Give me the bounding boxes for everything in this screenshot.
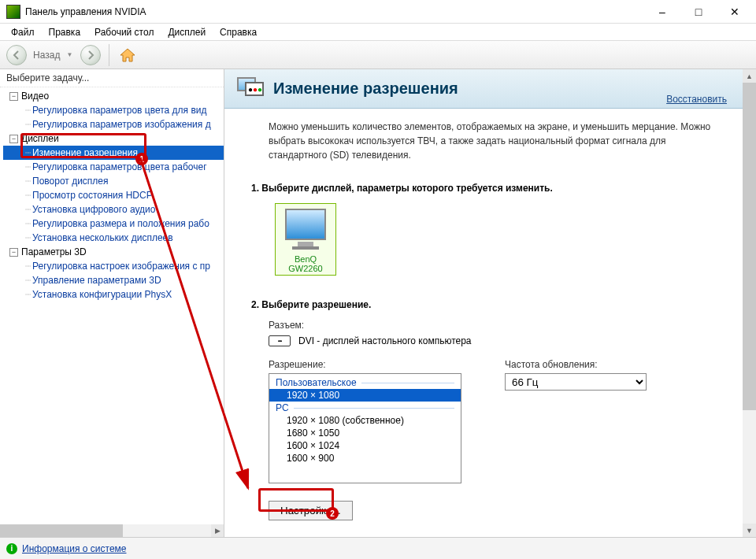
- tree-item-label: Регулировка настроек изображения с пр: [32, 261, 210, 272]
- tree-item[interactable]: Поворот дисплея: [3, 174, 224, 188]
- scroll-down-icon[interactable]: ▼: [743, 524, 756, 537]
- tree-item-label: Изменение разрешения: [32, 147, 138, 158]
- tree-group-label: Параметры 3D: [21, 246, 87, 257]
- tree-item[interactable]: Регулировка настроек изображения с пр: [3, 259, 224, 273]
- scroll-right-icon[interactable]: ▶: [211, 524, 224, 537]
- step-1-label: 1. Выберите дисплей, параметры которого …: [251, 183, 724, 194]
- sidebar-hscrollbar[interactable]: ◀ ▶: [0, 524, 224, 537]
- footer: i Информация о системе: [0, 537, 756, 559]
- tree-item-change-resolution[interactable]: Изменение разрешения: [3, 146, 224, 160]
- tree-group-label: Видео: [21, 91, 49, 102]
- tree-item[interactable]: Установка конфигурации PhysX: [3, 287, 224, 302]
- tree-group-display[interactable]: − Дисплей: [3, 131, 224, 146]
- task-tree[interactable]: − Видео Регулировка параметров цвета для…: [0, 87, 224, 524]
- tree-item-label: Установка конфигурации PhysX: [32, 289, 172, 300]
- menubar: Файл Правка Рабочий стол Дисплей Справка: [0, 24, 756, 41]
- system-info-link[interactable]: Информация о системе: [22, 543, 126, 554]
- minimize-button[interactable]: –: [644, 0, 680, 24]
- menu-edit[interactable]: Правка: [44, 25, 86, 39]
- main-pane: ●●● Изменение разрешения Восстановить Мо…: [224, 69, 756, 537]
- home-button[interactable]: [117, 45, 138, 65]
- titlebar: Панель управления NVIDIA – □ ✕: [0, 0, 756, 24]
- tree-item[interactable]: Установка нескольких дисплеев: [3, 231, 224, 245]
- menu-file[interactable]: Файл: [6, 25, 39, 39]
- connector-label: Разъем:: [269, 320, 724, 331]
- main-vscrollbar[interactable]: ▲ ▼: [743, 69, 756, 537]
- info-icon: i: [6, 543, 17, 554]
- collapse-icon[interactable]: −: [9, 248, 18, 257]
- svg-marker-0: [120, 49, 135, 61]
- listbox-group-label: Пользовательское: [276, 377, 357, 388]
- display-name: BenQ GW2260: [279, 254, 332, 273]
- tree-item-label: Просмотр состояния HDCP: [32, 190, 153, 201]
- resolution-label: Разрешение:: [269, 359, 465, 370]
- resolution-item[interactable]: 1920 × 1080 (собственное): [269, 414, 461, 427]
- tree-item[interactable]: Регулировка параметров цвета рабочег: [3, 160, 224, 174]
- resolution-item-selected[interactable]: 1920 × 1080: [269, 389, 461, 402]
- monitor-icon: [285, 209, 326, 240]
- tree-group-video[interactable]: − Видео: [3, 89, 224, 103]
- display-tile[interactable]: BenQ GW2260: [275, 203, 336, 276]
- tree-item[interactable]: Регулировка размера и положения рабо: [3, 217, 224, 231]
- page-header: ●●● Изменение разрешения Восстановить: [224, 69, 743, 109]
- step-2-label: 2. Выберите разрешение.: [251, 299, 724, 310]
- tree-item-label: Управление параметрами 3D: [32, 275, 161, 286]
- tree-item-label: Установка цифрового аудио: [32, 204, 155, 215]
- restore-link[interactable]: Восстановить: [666, 94, 727, 105]
- window-title: Панель управления NVIDIA: [25, 6, 644, 17]
- tree-group-3d[interactable]: − Параметры 3D: [3, 245, 224, 259]
- sidebar: Выберите задачу... − Видео Регулировка п…: [0, 69, 224, 537]
- connector-value: DVI - дисплей настольного компьютера: [298, 335, 472, 346]
- listbox-group-label: PC: [276, 402, 289, 413]
- page-intro: Можно уменьшить количество элементов, от…: [269, 120, 724, 162]
- scroll-up-icon[interactable]: ▲: [743, 69, 756, 83]
- menu-help[interactable]: Справка: [215, 25, 261, 39]
- page-title: Изменение разрешения: [273, 80, 458, 98]
- sidebar-header: Выберите задачу...: [0, 69, 224, 87]
- tree-item[interactable]: Установка цифрового аудио: [3, 202, 224, 217]
- menu-desktop[interactable]: Рабочий стол: [90, 25, 158, 39]
- toolbar: Назад ▼: [0, 41, 756, 69]
- customize-button[interactable]: Настройка...: [269, 501, 353, 520]
- back-button[interactable]: [6, 45, 27, 65]
- listbox-group: PC: [269, 402, 461, 414]
- back-label: Назад: [33, 50, 60, 61]
- tree-group-label: Дисплей: [21, 133, 59, 144]
- scroll-thumb[interactable]: [0, 524, 123, 537]
- tree-item-label: Поворот дисплея: [32, 176, 109, 187]
- forward-button[interactable]: [80, 45, 101, 65]
- resolution-icon: ●●●: [237, 77, 264, 101]
- tree-item-label: Регулировка параметров изображения д: [32, 119, 211, 130]
- refresh-rate-select[interactable]: 66 Гц: [505, 373, 647, 391]
- tree-item[interactable]: Просмотр состояния HDCP: [3, 188, 224, 202]
- tree-item-label: Установка нескольких дисплеев: [32, 232, 173, 243]
- toolbar-separator: [109, 44, 109, 66]
- app-icon: [6, 5, 20, 19]
- resolution-listbox[interactable]: Пользовательское 1920 × 1080 PC 1920 × 1…: [269, 373, 461, 483]
- tree-item[interactable]: Регулировка параметров цвета для вид: [3, 103, 224, 117]
- tree-item[interactable]: Управление параметрами 3D: [3, 273, 224, 287]
- collapse-icon[interactable]: −: [9, 135, 18, 143]
- collapse-icon[interactable]: −: [9, 92, 18, 101]
- resolution-item[interactable]: 1680 × 1050: [269, 427, 461, 439]
- dvi-icon: ▪▪▪▪: [269, 335, 291, 346]
- resolution-item[interactable]: 1600 × 900: [269, 452, 461, 465]
- tree-item-label: Регулировка параметров цвета рабочег: [32, 161, 207, 172]
- resolution-item[interactable]: 1600 × 1024: [269, 439, 461, 452]
- tree-item[interactable]: Регулировка параметров изображения д: [3, 117, 224, 131]
- close-button[interactable]: ✕: [717, 0, 753, 24]
- tree-item-label: Регулировка размера и положения рабо: [32, 218, 209, 229]
- scroll-thumb[interactable]: [743, 83, 756, 410]
- refresh-label: Частота обновления:: [505, 359, 662, 370]
- listbox-group: Пользовательское: [269, 376, 461, 389]
- tree-item-label: Регулировка параметров цвета для вид: [32, 105, 206, 116]
- back-dropdown[interactable]: ▼: [66, 51, 72, 58]
- maximize-button[interactable]: □: [680, 0, 717, 24]
- menu-display[interactable]: Дисплей: [163, 25, 210, 39]
